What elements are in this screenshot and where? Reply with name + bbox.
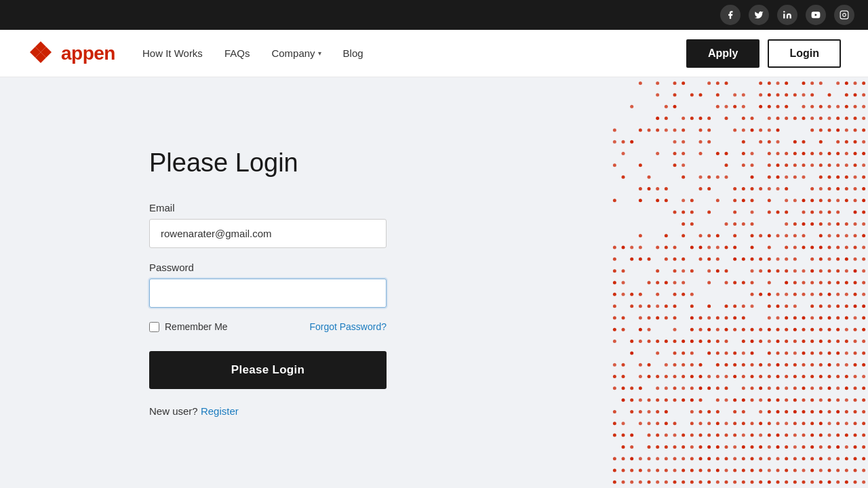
remember-me-label[interactable]: Remember Me [149,321,228,332]
svg-rect-2 [840,11,848,19]
logo[interactable]: appen [27,41,115,66]
remember-me-checkbox[interactable] [149,322,159,332]
page-title: Please Login [149,148,576,178]
form-options-row: Remember Me Forgot Password? [149,321,387,332]
youtube-icon[interactable] [806,5,826,25]
top-bar [0,0,868,30]
twitter-icon[interactable] [749,5,769,25]
password-group: Password [149,262,576,308]
social-icons [720,5,854,25]
password-input[interactable] [149,279,387,308]
nav-blog[interactable]: Blog [343,47,363,59]
register-row: New user? Register [149,405,576,417]
login-button[interactable]: Login [768,39,841,68]
logo-text: appen [61,43,115,64]
nav-how-it-works[interactable]: How It Works [142,47,203,59]
email-label: Email [149,202,576,214]
main-content: Please Login Email Password Remember Me … [0,77,868,488]
navigation: How It Works FAQs Company ▾ Blog [142,47,363,59]
register-link[interactable]: Register [201,405,239,417]
company-dropdown-arrow: ▾ [318,49,321,57]
header: appen How It Works FAQs Company ▾ Blog A… [0,30,868,77]
apply-button[interactable]: Apply [686,39,760,68]
password-label: Password [149,262,576,273]
instagram-icon[interactable] [834,5,854,25]
email-input[interactable] [149,219,387,248]
forgot-password-link[interactable]: Forgot Password? [309,321,387,332]
dot-pattern [610,77,868,488]
svg-point-0 [783,11,785,12]
nav-company[interactable]: Company ▾ [271,47,321,59]
form-area: Please Login Email Password Remember Me … [0,77,576,488]
facebook-icon[interactable] [720,5,741,25]
email-group: Email [149,202,576,248]
submit-button[interactable]: Please Login [149,351,387,389]
header-right: Apply Login [686,39,841,68]
nav-faqs[interactable]: FAQs [224,47,250,59]
linkedin-icon[interactable] [777,5,797,25]
header-left: appen How It Works FAQs Company ▾ Blog [27,41,363,66]
